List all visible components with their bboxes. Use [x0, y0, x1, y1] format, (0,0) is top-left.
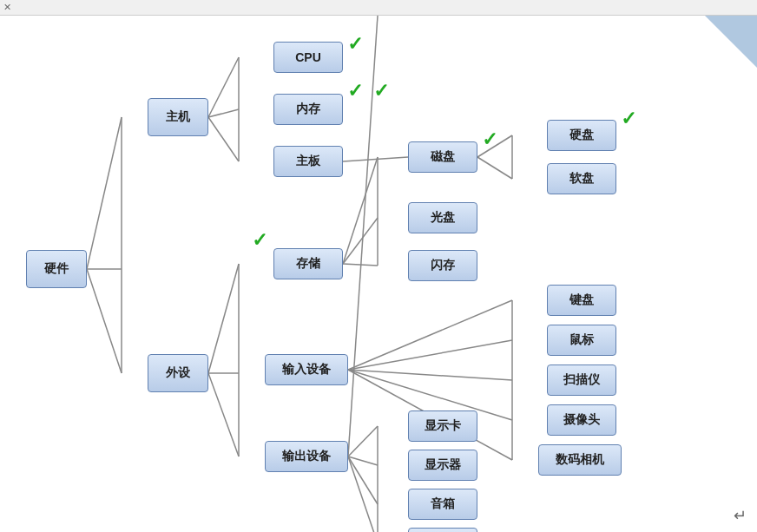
node-webcam: 摄像头 [547, 404, 616, 436]
svg-line-31 [348, 456, 378, 532]
node-speaker: 音箱 [408, 489, 477, 520]
node-input_device: 输入设备 [265, 354, 348, 385]
check_hdd: ✓ [621, 109, 636, 128]
svg-line-14 [477, 157, 512, 179]
node-peripheral: 外设 [148, 354, 208, 392]
node-keyboard: 键盘 [547, 285, 616, 316]
check_cpu: ✓ [347, 35, 363, 54]
node-digicam: 数码相机 [538, 444, 622, 476]
svg-line-9 [343, 157, 378, 264]
top-bar: ✕ [0, 0, 757, 16]
node-ram: 内存 [273, 94, 343, 125]
svg-line-27 [348, 456, 378, 465]
svg-line-11 [343, 264, 378, 266]
svg-line-4 [208, 57, 239, 117]
svg-line-22 [348, 370, 512, 380]
node-scanner: 扫描仪 [547, 365, 616, 396]
node-floppy: 软盘 [547, 163, 616, 194]
corner-decoration [705, 16, 757, 68]
node-printer: 打印机 [408, 528, 477, 532]
check_ram1: ✓ [347, 82, 363, 101]
node-monitor: 显示器 [408, 450, 477, 481]
svg-line-21 [348, 340, 512, 370]
svg-line-20 [348, 300, 512, 370]
close-button[interactable]: ✕ [3, 3, 11, 12]
check_storage: ✓ [252, 231, 267, 250]
check_ram2: ✓ [373, 82, 389, 101]
node-mouse: 鼠标 [547, 325, 616, 356]
node-cpu: CPU [273, 42, 343, 73]
svg-line-0 [87, 117, 122, 269]
node-disk: 磁盘 [408, 141, 477, 173]
node-output_device: 输出设备 [265, 441, 348, 472]
svg-line-1 [87, 269, 122, 373]
node-storage: 存储 [273, 248, 343, 279]
check_disk: ✓ [482, 130, 497, 149]
svg-line-18 [208, 373, 239, 456]
return-arrow: ↵ [734, 506, 747, 525]
svg-line-5 [208, 109, 239, 117]
node-hardware: 硬件 [26, 250, 87, 288]
svg-line-16 [208, 264, 239, 373]
diagram-area: 硬件主机外设CPU内存主板存储输入设备输出设备磁盘光盘闪存硬盘软盘显示卡显示器音… [0, 16, 757, 532]
node-motherboard: 主板 [273, 146, 343, 177]
node-display_card: 显示卡 [408, 410, 477, 442]
svg-line-6 [208, 117, 239, 161]
node-hdd: 硬盘 [547, 120, 616, 151]
svg-line-28 [348, 456, 378, 504]
node-flash: 闪存 [408, 250, 477, 281]
node-mainframe: 主机 [148, 98, 208, 136]
svg-line-26 [348, 426, 378, 456]
node-optical: 光盘 [408, 202, 477, 233]
svg-line-10 [343, 218, 378, 264]
svg-line-8 [343, 157, 408, 161]
